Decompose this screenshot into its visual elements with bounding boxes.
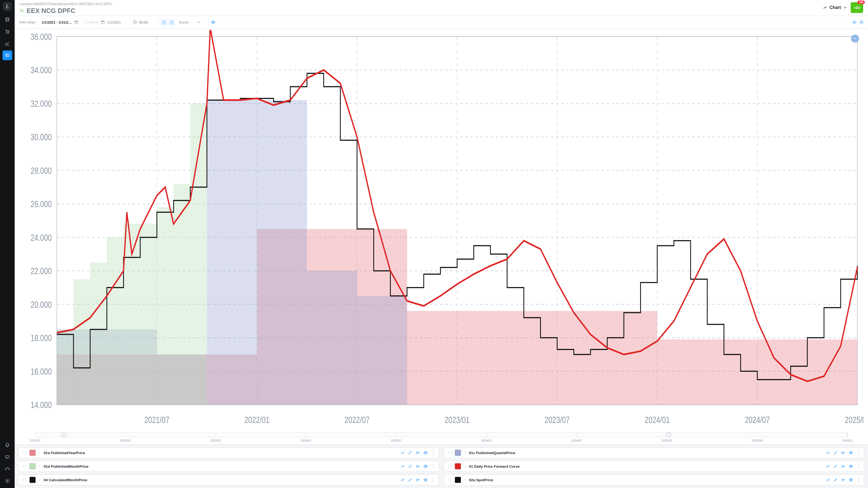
- series-chart-icon[interactable]: [826, 451, 830, 455]
- svg-text:2023/01: 2023/01: [444, 415, 469, 425]
- zoom-out-button[interactable]: −: [851, 35, 859, 42]
- scrubber-tick-label: 2022/07: [210, 439, 221, 442]
- drag-handle-icon[interactable]: ⋮⋮: [22, 451, 27, 455]
- calendar-icon: [101, 20, 105, 24]
- left-nav-rail: L: [0, 0, 14, 488]
- view-selector-label: Chart: [830, 5, 841, 10]
- view-selector[interactable]: Chart: [823, 5, 847, 10]
- svg-rect-61: [307, 271, 357, 405]
- series-color-dropdown[interactable]: [464, 451, 466, 454]
- chevron-down-icon: [196, 20, 201, 24]
- series-step-icon[interactable]: [408, 451, 412, 455]
- series-swatch: [455, 450, 461, 456]
- svg-point-77: [850, 479, 851, 480]
- series-name: 01d PublishedMonthPrice: [44, 464, 398, 468]
- svg-rect-60: [257, 100, 307, 405]
- nav-chart-icon[interactable]: [2, 38, 12, 48]
- cloud-download-icon[interactable]: [852, 20, 857, 24]
- scrubber-handle-left[interactable]: ||: [61, 432, 66, 437]
- series-align-icon[interactable]: [841, 451, 845, 455]
- series-chart-icon[interactable]: [401, 451, 405, 455]
- series-step-icon[interactable]: [408, 478, 412, 482]
- series-eye-icon[interactable]: [849, 451, 853, 455]
- add-button[interactable]: +2U 188: [850, 2, 863, 13]
- svg-rect-63: [57, 329, 73, 405]
- legend-item: ⋮⋮ 01 Daily Price Forward Curve ⋮: [444, 461, 864, 472]
- jump-date-input[interactable]: [106, 20, 131, 25]
- series-step-icon[interactable]: [834, 464, 838, 468]
- series-align-icon[interactable]: [416, 478, 420, 482]
- series-align-icon[interactable]: [416, 464, 420, 468]
- series-eye-icon[interactable]: [424, 451, 428, 455]
- series-eye-icon[interactable]: [849, 464, 853, 468]
- nav-cloud-icon[interactable]: [2, 464, 12, 474]
- nav-bell-icon[interactable]: [2, 440, 12, 450]
- series-chart-icon[interactable]: [401, 478, 405, 482]
- drag-handle-icon[interactable]: ⋮⋮: [22, 478, 27, 482]
- range-label: Data range:: [19, 20, 36, 24]
- series-name: 01a PublishedYearPrice: [44, 451, 398, 455]
- jump-time-input[interactable]: [138, 20, 154, 25]
- series-eye-icon[interactable]: [849, 478, 853, 482]
- granularity-select[interactable]: Month: [176, 19, 204, 26]
- nav-chat-icon[interactable]: [2, 452, 12, 462]
- price-chart[interactable]: 14.00016.00018.00020.00022.00024.00026.0…: [19, 30, 864, 430]
- series-color-dropdown[interactable]: [464, 465, 466, 468]
- series-color-dropdown[interactable]: [38, 479, 41, 481]
- svg-point-74: [425, 466, 426, 467]
- add-button-label: +2U: [854, 6, 860, 10]
- drag-handle-icon[interactable]: ⋮⋮: [447, 478, 452, 482]
- refresh-icon[interactable]: [20, 8, 24, 13]
- legend-item: ⋮⋮ 01c PublishedQuartalPrice ⋮: [444, 447, 864, 458]
- series-align-icon[interactable]: [841, 478, 845, 482]
- nav-settings-icon[interactable]: [2, 476, 12, 486]
- svg-text:2025/01: 2025/01: [845, 415, 864, 425]
- nav-next-button[interactable]: [168, 19, 175, 26]
- nav-cart-icon[interactable]: [2, 27, 12, 36]
- svg-rect-69: [157, 207, 173, 405]
- drag-handle-icon[interactable]: ⋮⋮: [447, 451, 452, 455]
- series-align-icon[interactable]: [841, 464, 845, 468]
- legend-item: ⋮⋮ 01d PublishedMonthPrice ⋮: [19, 461, 439, 472]
- series-color-dropdown[interactable]: [464, 479, 466, 481]
- svg-rect-4: [6, 456, 9, 458]
- series-chart-icon[interactable]: [826, 464, 830, 468]
- breadcrumb[interactable]: Lancelot Hub\ROOT\InternalUsers\NCG DPFC…: [20, 2, 820, 6]
- scrubber-tick-label: 2025/01: [661, 439, 673, 442]
- svg-rect-6: [75, 21, 78, 24]
- svg-text:2022/07: 2022/07: [344, 415, 369, 425]
- series-chart-icon[interactable]: [401, 464, 405, 468]
- svg-rect-66: [107, 237, 123, 404]
- time-scrubber[interactable]: 2021/072022/012022/072023/012023/072024/…: [35, 430, 847, 444]
- svg-point-0: [6, 18, 9, 19]
- svg-text:2024/01: 2024/01: [645, 415, 670, 425]
- drag-handle-icon[interactable]: ⋮⋮: [22, 464, 27, 468]
- series-step-icon[interactable]: [834, 478, 838, 482]
- svg-rect-54: [407, 311, 657, 405]
- gear-icon[interactable]: [859, 20, 864, 24]
- svg-text:2022/01: 2022/01: [244, 415, 269, 425]
- series-step-icon[interactable]: [834, 451, 838, 455]
- visibility-toggle[interactable]: [211, 20, 215, 24]
- series-eye-icon[interactable]: [424, 464, 428, 468]
- scrubber-tick-label: 2021/07: [30, 439, 41, 442]
- nav-prev-button[interactable]: [161, 19, 167, 26]
- svg-point-10: [861, 22, 862, 23]
- svg-text:24.000: 24.000: [31, 232, 52, 242]
- scrubber-tick-label: 2023/01: [301, 439, 311, 442]
- date-range-picker[interactable]: 1/1/2021 - 1/31/2…: [39, 19, 82, 26]
- series-swatch: [30, 463, 35, 469]
- series-step-icon[interactable]: [408, 464, 412, 468]
- series-eye-icon[interactable]: [424, 478, 428, 482]
- series-align-icon[interactable]: [416, 451, 420, 455]
- svg-rect-65: [90, 262, 106, 405]
- series-chart-icon[interactable]: [826, 478, 830, 482]
- series-color-dropdown[interactable]: [38, 465, 41, 468]
- nav-editor-icon[interactable]: [2, 51, 12, 60]
- drag-handle-icon[interactable]: ⋮⋮: [447, 464, 452, 468]
- svg-rect-70: [174, 184, 190, 405]
- series-color-dropdown[interactable]: [38, 451, 41, 454]
- svg-rect-59: [207, 100, 257, 405]
- nav-data-icon[interactable]: [2, 14, 12, 24]
- svg-point-2: [8, 33, 9, 33]
